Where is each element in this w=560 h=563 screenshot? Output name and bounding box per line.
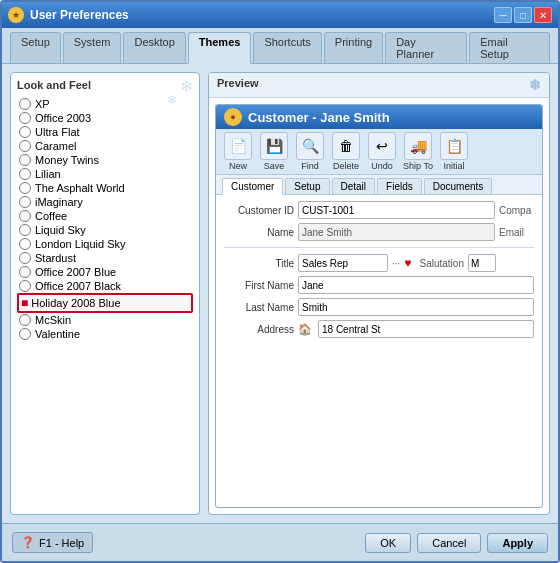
title-row: Title ··· ♥ Salutation bbox=[224, 254, 534, 272]
name-input[interactable] bbox=[298, 223, 495, 241]
theme-mcskin-radio[interactable] bbox=[19, 314, 31, 326]
new-button[interactable]: 📄 New bbox=[222, 132, 254, 171]
tab-day-planner[interactable]: Day Planner bbox=[385, 32, 467, 63]
customer-id-row: Customer ID Compa bbox=[224, 201, 534, 219]
theme-office2007black-radio[interactable] bbox=[19, 280, 31, 292]
address-input[interactable] bbox=[318, 320, 534, 338]
ship-to-button[interactable]: 🚚 Ship To bbox=[402, 132, 434, 171]
title-bar: ★ User Preferences ─ □ ✕ bbox=[2, 2, 558, 28]
panel-title: Look and Feel bbox=[17, 79, 193, 91]
first-name-label: First Name bbox=[224, 280, 294, 291]
tab-setup[interactable]: Setup bbox=[10, 32, 61, 63]
theme-ultraflat-radio[interactable] bbox=[19, 126, 31, 138]
tab-email-setup[interactable]: Email Setup bbox=[469, 32, 550, 63]
theme-ultraflat[interactable]: Ultra Flat bbox=[17, 125, 193, 139]
tab-shortcuts[interactable]: Shortcuts bbox=[253, 32, 321, 63]
theme-lilian[interactable]: Lilian bbox=[17, 167, 193, 181]
inner-tab-setup[interactable]: Setup bbox=[285, 178, 329, 194]
ok-button[interactable]: OK bbox=[365, 533, 411, 553]
theme-mcskin[interactable]: McSkin bbox=[17, 313, 193, 327]
theme-xp-radio[interactable] bbox=[19, 98, 31, 110]
inner-tab-customer[interactable]: Customer bbox=[222, 178, 283, 195]
initial-label: Initial bbox=[443, 161, 464, 171]
theme-stardust[interactable]: Stardust bbox=[17, 251, 193, 265]
inner-tabs: Customer Setup Detail Fields Documents bbox=[216, 175, 542, 195]
theme-caramel-radio[interactable] bbox=[19, 140, 31, 152]
tab-desktop[interactable]: Desktop bbox=[123, 32, 185, 63]
theme-liquid-sky[interactable]: Liquid Sky bbox=[17, 223, 193, 237]
user-preferences-window: ★ User Preferences ─ □ ✕ Setup System De… bbox=[0, 0, 560, 563]
salutation-label: Salutation bbox=[419, 258, 463, 269]
undo-button[interactable]: ↩ Undo bbox=[366, 132, 398, 171]
new-label: New bbox=[229, 161, 247, 171]
theme-office2003-radio[interactable] bbox=[19, 112, 31, 124]
theme-office2007black[interactable]: Office 2007 Black bbox=[17, 279, 193, 293]
name-row: Name Email bbox=[224, 223, 534, 241]
minimize-button[interactable]: ─ bbox=[494, 7, 512, 23]
cancel-button[interactable]: Cancel bbox=[417, 533, 481, 553]
look-and-feel-panel: ❄ ❄ Look and Feel XP Office 2003 Ultra F… bbox=[10, 72, 200, 515]
find-button[interactable]: 🔍 Find bbox=[294, 132, 326, 171]
initial-button[interactable]: 📋 Initial bbox=[438, 132, 470, 171]
content-area: ❄ ❄ Look and Feel XP Office 2003 Ultra F… bbox=[2, 64, 558, 523]
find-icon: 🔍 bbox=[296, 132, 324, 160]
form-area: Customer ID Compa Name Email Title ··· bbox=[216, 195, 542, 344]
theme-office2007blue[interactable]: Office 2007 Blue bbox=[17, 265, 193, 279]
undo-icon: ↩ bbox=[368, 132, 396, 160]
save-button[interactable]: 💾 Save bbox=[258, 132, 290, 171]
theme-stardust-radio[interactable] bbox=[19, 252, 31, 264]
theme-holiday2008blue[interactable]: ■ Holiday 2008 Blue bbox=[17, 293, 193, 313]
dots-icon: ··· bbox=[392, 258, 400, 269]
inner-tab-documents[interactable]: Documents bbox=[424, 178, 493, 194]
inner-tab-detail[interactable]: Detail bbox=[332, 178, 376, 194]
delete-button[interactable]: 🗑 Delete bbox=[330, 132, 362, 171]
toolbar: 📄 New 💾 Save 🔍 Find 🗑 Delete bbox=[216, 129, 542, 175]
maximize-button[interactable]: □ bbox=[514, 7, 532, 23]
title-input[interactable] bbox=[298, 254, 388, 272]
tab-themes[interactable]: Themes bbox=[188, 32, 252, 64]
customer-id-input[interactable] bbox=[298, 201, 495, 219]
tab-printing[interactable]: Printing bbox=[324, 32, 383, 63]
theme-money-twins[interactable]: Money Twins bbox=[17, 153, 193, 167]
inner-tab-fields[interactable]: Fields bbox=[377, 178, 422, 194]
help-label: F1 - Help bbox=[39, 537, 84, 549]
theme-london[interactable]: London Liquid Sky bbox=[17, 237, 193, 251]
theme-liquid-sky-radio[interactable] bbox=[19, 224, 31, 236]
salutation-input[interactable] bbox=[468, 254, 496, 272]
first-name-input[interactable] bbox=[298, 276, 534, 294]
customer-window-title: Customer - Jane Smith bbox=[248, 110, 390, 125]
apply-button[interactable]: Apply bbox=[487, 533, 548, 553]
help-button[interactable]: ❓ F1 - Help bbox=[12, 532, 93, 553]
theme-money-twins-radio[interactable] bbox=[19, 154, 31, 166]
help-icon: ❓ bbox=[21, 536, 35, 549]
name-label: Name bbox=[224, 227, 294, 238]
new-icon: 📄 bbox=[224, 132, 252, 160]
window-controls: ─ □ ✕ bbox=[494, 7, 552, 23]
theme-caramel[interactable]: Caramel bbox=[17, 139, 193, 153]
theme-valentine-radio[interactable] bbox=[19, 328, 31, 340]
first-name-row: First Name bbox=[224, 276, 534, 294]
save-icon: 💾 bbox=[260, 132, 288, 160]
tab-system[interactable]: System bbox=[63, 32, 122, 63]
theme-valentine[interactable]: Valentine bbox=[17, 327, 193, 341]
theme-coffee[interactable]: Coffee bbox=[17, 209, 193, 223]
theme-coffee-radio[interactable] bbox=[19, 210, 31, 222]
theme-imaginary-radio[interactable] bbox=[19, 196, 31, 208]
address-row: Address 🏠 bbox=[224, 320, 534, 338]
customer-title-bar: ● Customer - Jane Smith bbox=[216, 105, 542, 129]
close-button[interactable]: ✕ bbox=[534, 7, 552, 23]
theme-asphalt-radio[interactable] bbox=[19, 182, 31, 194]
theme-asphalt[interactable]: The Asphalt World bbox=[17, 181, 193, 195]
theme-office2007blue-radio[interactable] bbox=[19, 266, 31, 278]
ship-to-icon: 🚚 bbox=[404, 132, 432, 160]
theme-imaginary[interactable]: iMaginary bbox=[17, 195, 193, 209]
title-label: Title bbox=[224, 258, 294, 269]
customer-id-label: Customer ID bbox=[224, 205, 294, 216]
theme-list: XP Office 2003 Ultra Flat Caramel Money … bbox=[17, 97, 193, 508]
preview-label: Preview ❄ bbox=[209, 73, 549, 98]
last-name-input[interactable] bbox=[298, 298, 534, 316]
theme-lilian-radio[interactable] bbox=[19, 168, 31, 180]
tabs-bar: Setup System Desktop Themes Shortcuts Pr… bbox=[2, 28, 558, 64]
theme-london-radio[interactable] bbox=[19, 238, 31, 250]
theme-office2003[interactable]: Office 2003 bbox=[17, 111, 193, 125]
